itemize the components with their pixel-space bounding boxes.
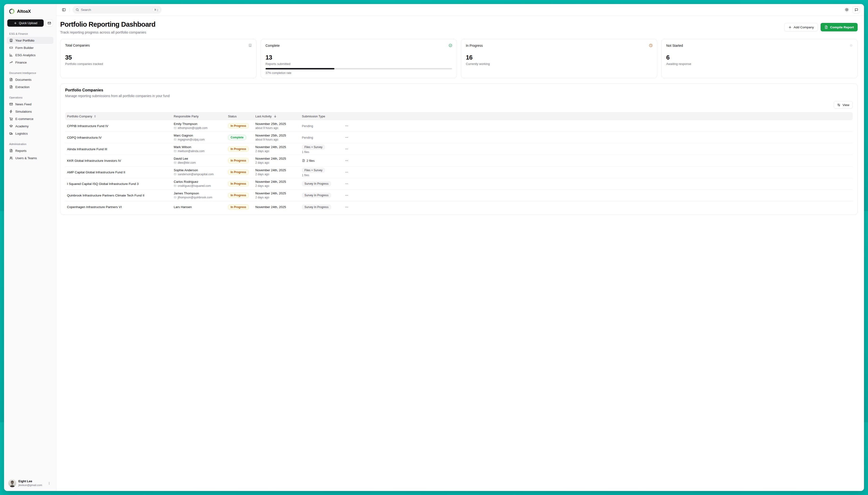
column-header-last-activity[interactable]: Last Activity: [253, 115, 300, 118]
column-header-portfolio-company[interactable]: Portfolio Company: [65, 115, 172, 118]
sidebar-item-news-feed[interactable]: News Feed: [7, 101, 53, 108]
sidebar-section: AdministrationReportsUsers & Teams: [7, 143, 53, 161]
stat-card-complete: Complete 13 Reports submitted 37% comple…: [261, 39, 370, 78]
submission-type-badge: Survey In Progress: [302, 181, 331, 186]
zap-icon: [9, 109, 13, 113]
last-activity-date: November 24th, 2025: [255, 145, 300, 149]
plus-icon: [14, 21, 17, 25]
stat-value: 35: [65, 54, 72, 61]
row-actions-button[interactable]: [339, 193, 350, 197]
row-actions-button[interactable]: [339, 136, 350, 139]
stat-card-total-companies: Total Companies 35 Portfolio companies t…: [60, 39, 256, 78]
row-actions-button[interactable]: [339, 170, 350, 174]
table-row: CPPIB Infrastructure Fund IV Emily Thomp…: [65, 120, 370, 132]
sidebar-item-academy[interactable]: Academy: [7, 123, 53, 130]
table-row: Quinbrook Infrastructure Partners Climat…: [65, 190, 370, 201]
stat-value: 13: [266, 54, 272, 61]
stat-title: Total Companies: [65, 44, 90, 47]
status-badge: In Progress: [228, 123, 249, 129]
last-activity-relative: about 9 hours ago: [255, 126, 300, 130]
column-header-status: Status: [226, 115, 253, 118]
responsible-name: David Lee: [174, 157, 226, 160]
column-header-responsible-party: Responsible Party: [172, 115, 226, 118]
status-badge: In Progress: [228, 170, 249, 175]
status-badge: In Progress: [228, 205, 249, 210]
submission-type-badge: Survey In Progress: [302, 193, 331, 198]
row-actions-button[interactable]: [339, 159, 350, 163]
sidebar-item-e-commerce[interactable]: E-commerce: [7, 115, 53, 122]
sidebar-item-users-teams[interactable]: Users & Teams: [7, 154, 53, 161]
sidebar-nav: ESG & FinanceYour PortfolioForm BuilderE…: [7, 27, 53, 211]
sidebar-item-form-builder[interactable]: Form Builder: [7, 44, 53, 51]
table-row: CDPQ Infraestructura IV Marc Gagnon mgag…: [65, 132, 370, 143]
sidebar-item-esg-analytics[interactable]: ESG Analytics: [7, 51, 53, 58]
sidebar-section-label: Administration: [7, 143, 53, 146]
stat-caption: Reports submitted: [266, 62, 290, 66]
table-row: KKR Global Infrastructure Investors IV D…: [65, 155, 370, 167]
page-content: Portfolio Reporting Dashboard Track repo…: [56, 16, 370, 211]
sidebar-item-label: Simulations: [15, 110, 32, 113]
last-activity-date: November 25th, 2025: [255, 134, 300, 137]
responsible-name: James Thompson: [174, 191, 226, 195]
last-activity-relative: 2 days ago: [255, 184, 300, 188]
responsible-email: sanderson@ampcapital.com: [174, 173, 226, 176]
sidebar-section-label: Operations: [7, 96, 53, 99]
last-activity-date: November 24th, 2025: [255, 180, 300, 184]
quick-upload-button[interactable]: Quick Upload: [7, 19, 44, 27]
sidebar-toggle-button[interactable]: [60, 6, 67, 13]
sidebar-item-logistics[interactable]: Logistics: [7, 130, 53, 137]
stats-row: Total Companies 35 Portfolio companies t…: [60, 39, 370, 78]
file-text-icon: [9, 85, 13, 89]
table-title: Portfolio Companies: [65, 88, 370, 92]
sidebar-item-label: Users & Teams: [15, 156, 37, 160]
responsible-email: ethompson@cppib.com: [174, 126, 226, 130]
row-actions-button[interactable]: [339, 182, 350, 186]
column-label: Status: [228, 115, 237, 118]
shopping-cart-icon: [9, 117, 13, 121]
last-activity-relative: 2 days ago: [255, 150, 300, 153]
app-window: AltoaX Quick Upload ESG & FinanceYour Po…: [4, 4, 370, 211]
bar-chart-icon: [9, 53, 13, 57]
sidebar-item-label: Academy: [15, 124, 29, 128]
table-subtitle: Manage reporting submissions from all po…: [65, 94, 370, 98]
inbox-button[interactable]: [46, 19, 53, 27]
responsible-name: Carlos Rodriguez: [174, 180, 226, 184]
users-icon: [9, 156, 13, 160]
company-name: Copenhagen Infrastructure Partners VI: [65, 205, 172, 209]
search-input[interactable]: [81, 8, 150, 12]
page-subtitle: Track reporting progress across all port…: [60, 30, 155, 34]
responsible-email: mwilson@alinda.com: [174, 150, 226, 153]
row-actions-button[interactable]: [339, 147, 350, 151]
portfolio-companies-card: Portfolio Companies Manage reporting sub…: [60, 83, 370, 211]
sidebar-item-reports[interactable]: Reports: [7, 147, 53, 154]
sidebar-item-finance[interactable]: Finance: [7, 59, 53, 66]
status-badge: In Progress: [228, 158, 249, 163]
responsible-email: mgagnon@cdpq.com: [174, 138, 226, 141]
truck-icon: [9, 132, 13, 135]
search-bar[interactable]: ⌘ J: [72, 6, 162, 14]
submission-type-badge: Files + Survey: [302, 168, 325, 173]
sidebar-section: Document IntelligenceDocumentsExtraction: [7, 71, 53, 90]
responsible-name: Sophie Anderson: [174, 168, 226, 172]
mail-small-icon: [174, 138, 177, 141]
responsible-name: Marc Gagnon: [174, 134, 226, 137]
brand: AltoaX: [7, 8, 53, 14]
last-activity-relative: about 9 hours ago: [255, 138, 300, 141]
row-actions-button[interactable]: [339, 205, 350, 209]
mail-small-icon: [174, 161, 177, 164]
row-actions-button[interactable]: [339, 124, 350, 128]
sidebar-item-your-portfolio[interactable]: Your Portfolio: [7, 37, 53, 44]
sidebar-item-extraction[interactable]: Extraction: [7, 83, 53, 90]
sidebar-item-label: Documents: [15, 78, 31, 82]
column-label: Portfolio Company: [67, 115, 92, 118]
sidebar-item-simulations[interactable]: Simulations: [7, 108, 53, 115]
sidebar-item-label: E-commerce: [15, 117, 34, 121]
responsible-name: Lars Hansen: [174, 205, 226, 209]
last-activity-date: November 24th, 2025: [255, 191, 300, 195]
sidebar-item-label: Reports: [15, 149, 26, 153]
table-row: Alinda Infrastructure Fund III Mark Wils…: [65, 143, 370, 155]
sidebar-item-documents[interactable]: Documents: [7, 76, 53, 83]
main-area: ⌘ J Portfolio Reporting Dashboard Track …: [56, 4, 370, 211]
completion-progress-bar: [266, 68, 370, 69]
responsible-email: dlee@kkr.com: [174, 161, 226, 164]
